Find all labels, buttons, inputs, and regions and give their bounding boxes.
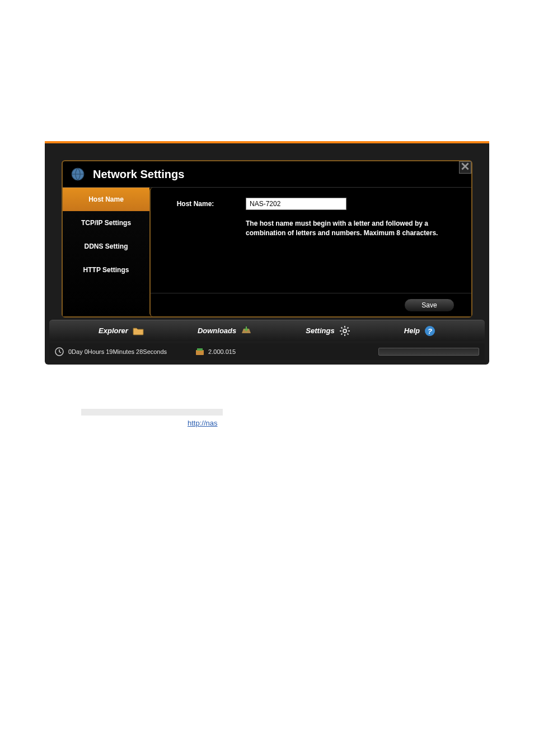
save-row: Save (151, 293, 471, 316)
host-name-input[interactable] (246, 198, 346, 210)
svg-rect-5 (196, 350, 204, 355)
taskbar-label: Help (404, 326, 420, 335)
content-pane: Host Name: The host name must begin with… (149, 188, 471, 316)
help-icon: ? (424, 325, 435, 337)
uptime-text: 0Day 0Hours 19Minutes 28Seconds (68, 348, 167, 355)
disk-icon (195, 347, 205, 357)
folder-icon (133, 325, 144, 337)
save-button[interactable]: Save (404, 298, 455, 312)
globe-icon (71, 167, 85, 181)
clock-icon (55, 347, 64, 356)
table-header-row (81, 409, 223, 416)
main-panel: Network Settings Host Name TCP/IP Settin… (45, 143, 489, 365)
table-row: http://nas (81, 416, 223, 431)
sidebar-item-label: Host Name (88, 195, 124, 203)
example-link[interactable]: http://nas (188, 419, 217, 427)
host-name-help-text: The host name must begin with a letter a… (246, 219, 453, 238)
table-header-cell (81, 409, 182, 416)
gear-icon (339, 325, 350, 337)
window-title: Network Settings (93, 168, 184, 181)
sidebar-item-label: TCP/IP Settings (81, 219, 131, 227)
taskbar-downloads[interactable]: Downloads (198, 325, 252, 337)
version-text: 2.000.015 (208, 348, 236, 355)
taskbar-explorer[interactable]: Explorer (99, 325, 144, 337)
close-icon (461, 162, 469, 172)
storage-progress (378, 348, 479, 356)
table-header-cell (182, 409, 223, 416)
host-name-label: Host Name: (162, 200, 229, 208)
statusbar: 0Day 0Hours 19Minutes 28Seconds 2.000.01… (49, 343, 485, 360)
taskbar: Explorer Downloads Settings Help ? (49, 320, 485, 341)
taskbar-label: Downloads (198, 326, 236, 335)
table-cell (81, 416, 182, 431)
sidebar-item-ddns[interactable]: DDNS Setting (63, 235, 149, 258)
svg-rect-6 (197, 348, 203, 351)
uptime-display: 0Day 0Hours 19Minutes 28Seconds (55, 347, 167, 356)
taskbar-help[interactable]: Help ? (404, 325, 435, 337)
svg-text:?: ? (428, 327, 432, 335)
network-settings-window: Network Settings Host Name TCP/IP Settin… (62, 160, 472, 318)
taskbar-label: Settings (306, 326, 334, 335)
version-display: 2.000.015 (195, 347, 236, 357)
sidebar-item-tcpip[interactable]: TCP/IP Settings (63, 211, 149, 235)
taskbar-label: Explorer (99, 326, 128, 335)
close-button[interactable] (459, 161, 471, 174)
doc-table: http://nas (81, 409, 223, 431)
sidebar-item-label: DDNS Setting (85, 242, 128, 250)
host-name-row: Host Name: (162, 198, 460, 210)
sidebar-item-label: HTTP Settings (83, 266, 129, 274)
svg-point-1 (343, 329, 346, 333)
window-header: Network Settings (63, 161, 471, 187)
taskbar-settings[interactable]: Settings (306, 325, 350, 337)
window-body: Host Name TCP/IP Settings DDNS Setting H… (63, 187, 471, 316)
download-icon (241, 325, 252, 337)
sidebar: Host Name TCP/IP Settings DDNS Setting H… (63, 188, 149, 316)
sidebar-item-http[interactable]: HTTP Settings (63, 258, 149, 282)
table-cell: http://nas (182, 416, 223, 431)
sidebar-item-host-name[interactable]: Host Name (63, 188, 149, 211)
